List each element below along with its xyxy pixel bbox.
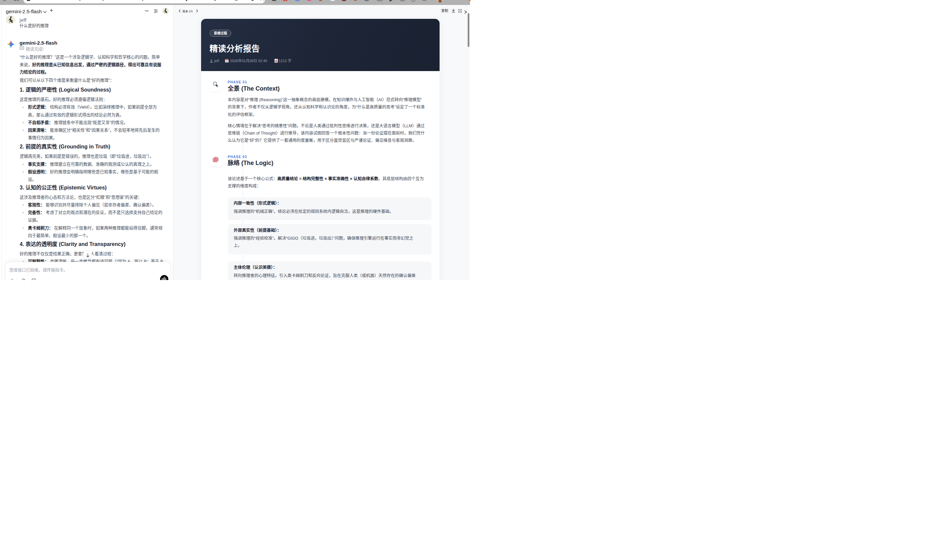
svg-text:17: 17: [226, 60, 228, 63]
